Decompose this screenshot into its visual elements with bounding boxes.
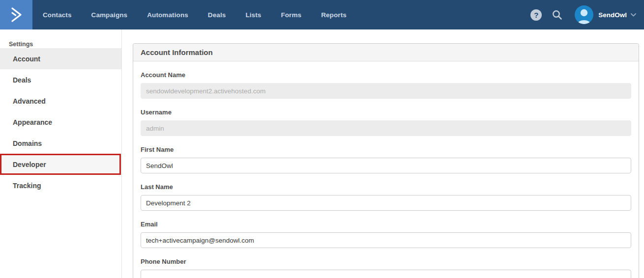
phone-number-input[interactable] xyxy=(141,270,631,278)
top-nav: Contacts Campaigns Automations Deals Lis… xyxy=(0,0,644,29)
first-name-input[interactable] xyxy=(141,158,631,173)
field-last-name: Last Name xyxy=(141,183,631,211)
sidebar-item-deals[interactable]: Deals xyxy=(0,69,121,90)
first-name-label: First Name xyxy=(141,146,631,153)
sidebar-item-appearance[interactable]: Appearance xyxy=(0,111,121,133)
nav-item-contacts[interactable]: Contacts xyxy=(43,11,72,19)
panel-title: Account Information xyxy=(133,44,639,61)
avatar[interactable] xyxy=(575,5,593,24)
nav-item-reports[interactable]: Reports xyxy=(321,11,347,19)
username-label: Username xyxy=(141,109,631,116)
account-form: Account Name Username First Name Last Na… xyxy=(133,61,639,278)
search-icon xyxy=(551,9,563,21)
username-input xyxy=(141,120,631,136)
chevron-down-icon[interactable] xyxy=(631,13,636,17)
field-username: Username xyxy=(141,109,631,136)
field-first-name: First Name xyxy=(141,146,631,173)
main-content: Account Information Account Name Usernam… xyxy=(122,29,644,278)
account-name-label: Account Name xyxy=(141,71,631,79)
sidebar-item-label: Developer xyxy=(13,161,46,168)
nav-item-deals[interactable]: Deals xyxy=(208,11,226,19)
activecampaign-logo-icon xyxy=(8,6,24,24)
search-button[interactable] xyxy=(551,9,563,21)
sidebar-item-account[interactable]: Account xyxy=(0,48,121,69)
nav-right-cluster: ? SendOwl xyxy=(530,0,644,29)
nav-item-campaigns[interactable]: Campaigns xyxy=(91,11,128,19)
sidebar-item-label: Domains xyxy=(13,139,42,147)
user-silhouette-icon xyxy=(575,6,593,24)
settings-sidebar: Settings Account Deals Advanced Appearan… xyxy=(0,29,122,278)
email-input[interactable] xyxy=(141,232,631,248)
last-name-label: Last Name xyxy=(141,183,631,191)
email-label: Email xyxy=(141,221,631,228)
activecampaign-logo[interactable] xyxy=(0,0,32,29)
phone-number-label: Phone Number xyxy=(141,258,631,265)
account-menu-label[interactable]: SendOwl xyxy=(598,11,627,19)
sidebar-item-tracking[interactable]: Tracking xyxy=(0,175,121,196)
sidebar-item-developer[interactable]: Developer xyxy=(0,154,121,175)
sidebar-item-label: Deals xyxy=(13,76,31,84)
sidebar-item-label: Advanced xyxy=(13,97,46,105)
field-account-name: Account Name xyxy=(141,71,631,99)
sidebar-item-label: Appearance xyxy=(13,118,52,126)
nav-item-lists[interactable]: Lists xyxy=(245,11,261,19)
field-email: Email xyxy=(141,221,631,248)
sidebar-item-domains[interactable]: Domains xyxy=(0,133,121,154)
account-information-panel: Account Information Account Name Usernam… xyxy=(133,43,639,278)
field-phone-number: Phone Number xyxy=(141,258,631,278)
account-name-input xyxy=(141,83,631,99)
nav-item-forms[interactable]: Forms xyxy=(281,11,301,19)
sidebar-heading: Settings xyxy=(0,29,121,48)
nav-item-automations[interactable]: Automations xyxy=(147,11,188,19)
sidebar-item-label: Account xyxy=(13,55,40,63)
last-name-input[interactable] xyxy=(141,195,631,211)
main-menu: Contacts Campaigns Automations Deals Lis… xyxy=(43,0,347,29)
sidebar-item-advanced[interactable]: Advanced xyxy=(0,90,121,111)
sidebar-item-label: Tracking xyxy=(13,182,41,190)
help-icon[interactable]: ? xyxy=(530,9,542,21)
